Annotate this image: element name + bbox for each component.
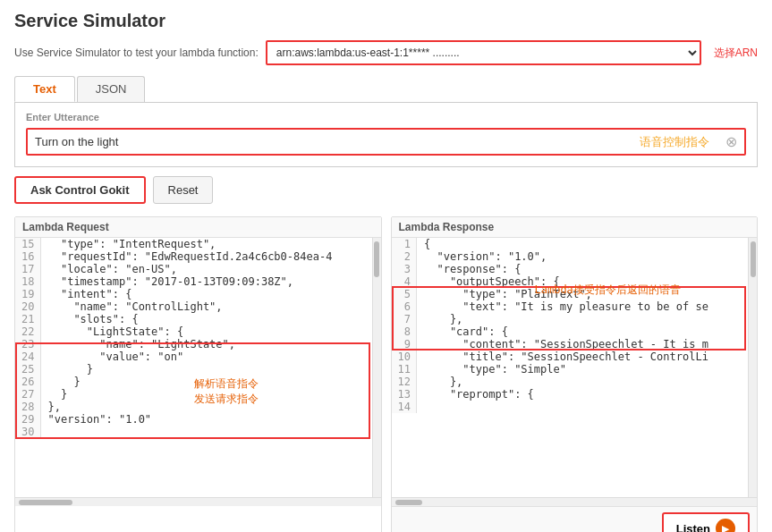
line-code: } bbox=[40, 388, 381, 401]
line-number: 27 bbox=[15, 388, 40, 401]
line-number: 22 bbox=[15, 325, 40, 338]
lambda-request-panel: Lambda Request 15 "type": "IntentRequest… bbox=[14, 216, 382, 532]
utterance-hint: 语音控制指令 bbox=[631, 134, 718, 150]
table-row: 23 "name": "LightState", bbox=[15, 338, 381, 350]
tab-json[interactable]: JSON bbox=[77, 76, 146, 102]
table-row: 22 "LightState": { bbox=[15, 325, 381, 338]
line-number: 26 bbox=[15, 376, 40, 388]
line-number: 21 bbox=[15, 313, 40, 325]
table-row: 19 "intent": { bbox=[15, 288, 381, 300]
line-number: 28 bbox=[15, 401, 40, 413]
table-row: 24 "value": "on" bbox=[15, 350, 381, 363]
listen-label: Listen bbox=[676, 522, 710, 533]
line-code: "response": { bbox=[417, 263, 758, 275]
table-row: 30 bbox=[15, 426, 381, 438]
request-code-table: 15 "type": "IntentRequest",16 "requestId… bbox=[15, 238, 381, 438]
line-number: 12 bbox=[392, 376, 417, 388]
table-row: 21 "slots": { bbox=[15, 313, 381, 325]
line-number: 5 bbox=[392, 288, 417, 300]
utterance-section: Enter Utterance 语音控制指令 ⊗ bbox=[14, 103, 758, 167]
line-code: "text": "It is my pleasure to be of se bbox=[417, 300, 758, 313]
page-title: Service Simulator bbox=[14, 11, 758, 31]
line-code: "type": "IntentRequest", bbox=[40, 238, 381, 250]
response-scrollbar-h[interactable] bbox=[392, 497, 758, 506]
table-row: 27 } bbox=[15, 388, 381, 401]
table-row: 11 "type": "Simple" bbox=[392, 363, 758, 376]
line-number: 20 bbox=[15, 300, 40, 313]
line-number: 19 bbox=[15, 288, 40, 300]
line-code: "value": "on" bbox=[40, 350, 381, 363]
arn-select[interactable]: arn:aws:lambda:us-east-1:1***** ........… bbox=[267, 42, 700, 63]
table-row: 20 "name": "ControlLight", bbox=[15, 300, 381, 313]
response-code-table: 1{2 "version": "1.0",3 "response": {4 "o… bbox=[392, 238, 758, 413]
line-code: "intent": { bbox=[40, 288, 381, 300]
line-code: "name": "ControlLight", bbox=[40, 300, 381, 313]
line-code: }, bbox=[417, 313, 758, 325]
line-code: } bbox=[40, 376, 381, 388]
request-scrollbar-v[interactable] bbox=[372, 238, 381, 497]
line-code: "outputSpeech": { bbox=[417, 275, 758, 288]
table-row: 13 "reprompt": { bbox=[392, 388, 758, 401]
response-code-area[interactable]: 1{2 "version": "1.0",3 "response": {4 "o… bbox=[392, 238, 758, 497]
line-code: "type": "Simple" bbox=[417, 363, 758, 376]
table-row: 7 }, bbox=[392, 313, 758, 325]
table-row: 17 "locale": "en-US", bbox=[15, 263, 381, 275]
line-code: }, bbox=[417, 376, 758, 388]
panels: Lambda Request 15 "type": "IntentRequest… bbox=[14, 216, 758, 532]
response-code-wrapper: 1{2 "version": "1.0",3 "response": {4 "o… bbox=[392, 238, 758, 506]
response-scrollbar-v[interactable] bbox=[748, 238, 757, 497]
line-number: 15 bbox=[15, 238, 40, 250]
action-buttons: Ask Control Gokit Reset bbox=[14, 176, 758, 204]
line-code: "reprompt": { bbox=[417, 388, 758, 401]
line-number: 23 bbox=[15, 338, 40, 350]
table-row: 9 "content": "SessionSpeechlet - It is m bbox=[392, 338, 758, 350]
table-row: 3 "response": { bbox=[392, 263, 758, 275]
line-number: 30 bbox=[15, 426, 40, 438]
line-code: "name": "LightState", bbox=[40, 338, 381, 350]
table-row: 12 }, bbox=[392, 376, 758, 388]
clear-icon[interactable]: ⊗ bbox=[718, 133, 744, 150]
table-row: 2 "version": "1.0", bbox=[392, 250, 758, 263]
line-number: 16 bbox=[15, 250, 40, 263]
line-number: 9 bbox=[392, 338, 417, 350]
listen-bar: Listen ▶ bbox=[392, 506, 758, 532]
line-number: 24 bbox=[15, 350, 40, 363]
line-code: "type": "PlainText", bbox=[417, 288, 758, 300]
tab-text[interactable]: Text bbox=[14, 76, 75, 102]
line-number: 10 bbox=[392, 350, 417, 363]
lambda-request-title: Lambda Request bbox=[15, 217, 381, 238]
lambda-response-title: Lambda Response bbox=[392, 217, 758, 238]
line-code: "version": "1.0" bbox=[40, 413, 381, 426]
listen-button[interactable]: Listen ▶ bbox=[662, 512, 750, 532]
request-code-area[interactable]: 15 "type": "IntentRequest",16 "requestId… bbox=[15, 238, 381, 497]
lambda-response-panel: Lambda Response 1{2 "version": "1.0",3 "… bbox=[391, 216, 759, 532]
utterance-label: Enter Utterance bbox=[26, 112, 746, 122]
line-code: "card": { bbox=[417, 325, 758, 338]
request-code-wrapper: 15 "type": "IntentRequest",16 "requestId… bbox=[15, 238, 381, 506]
line-number: 14 bbox=[392, 401, 417, 413]
line-code bbox=[40, 426, 381, 438]
table-row: 4 "outputSpeech": { bbox=[392, 275, 758, 288]
request-scrollbar-h[interactable] bbox=[15, 497, 381, 506]
description-label: Use Service Simulator to test your lambd… bbox=[14, 46, 259, 59]
line-number: 11 bbox=[392, 363, 417, 376]
line-code: "LightState": { bbox=[40, 325, 381, 338]
table-row: 16 "requestId": "EdwRequestId.2a4c6cb0-8… bbox=[15, 250, 381, 263]
line-code bbox=[417, 401, 758, 413]
line-code: "requestId": "EdwRequestId.2a4c6cb0-84ea… bbox=[40, 250, 381, 263]
line-number: 7 bbox=[392, 313, 417, 325]
top-bar: Use Service Simulator to test your lambd… bbox=[14, 40, 758, 65]
utterance-input[interactable] bbox=[28, 130, 631, 154]
line-code: "slots": { bbox=[40, 313, 381, 325]
play-icon: ▶ bbox=[716, 519, 735, 532]
line-number: 18 bbox=[15, 275, 40, 288]
reset-button[interactable]: Reset bbox=[153, 176, 214, 204]
table-row: 18 "timestamp": "2017-01-13T09:09:38Z", bbox=[15, 275, 381, 288]
arn-select-wrapper: arn:aws:lambda:us-east-1:1***** ........… bbox=[266, 40, 701, 65]
line-code: "content": "SessionSpeechlet - It is m bbox=[417, 338, 758, 350]
line-code: } bbox=[40, 363, 381, 376]
select-arn-link[interactable]: 选择ARN bbox=[714, 46, 758, 61]
table-row: 25 } bbox=[15, 363, 381, 376]
ask-button[interactable]: Ask Control Gokit bbox=[14, 176, 146, 204]
line-number: 1 bbox=[392, 238, 417, 250]
